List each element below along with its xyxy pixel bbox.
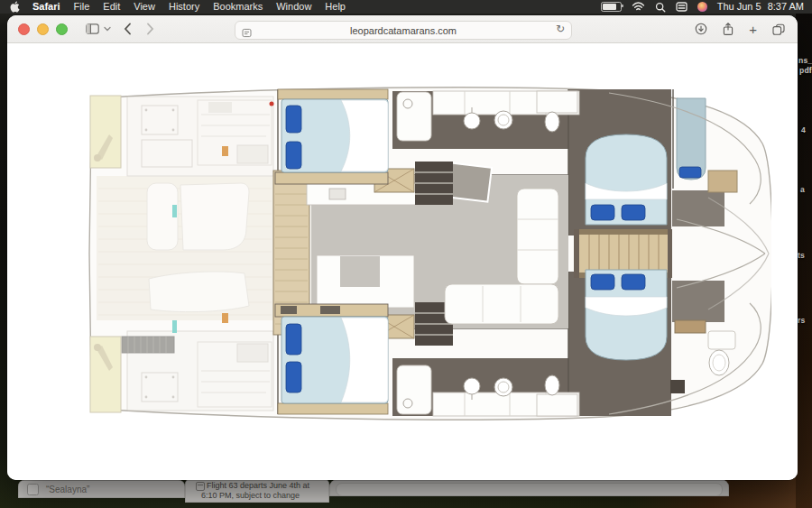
chevron-down-icon[interactable] xyxy=(104,26,111,32)
zoom-button[interactable] xyxy=(56,23,68,35)
safari-window: leopardcatamarans.com ↻ + xyxy=(7,15,798,480)
downloads-icon[interactable] xyxy=(695,23,707,35)
menu-bar-time: 8:37 AM xyxy=(768,1,804,12)
background-window-flight-notice[interactable]: Flight 63 departs June 4th at 6:10 PM, s… xyxy=(185,478,329,503)
background-window-wide[interactable] xyxy=(329,479,729,496)
menu-bar-clock[interactable]: Thu Jun 58:37 AM xyxy=(717,0,804,14)
desktop-icon-label[interactable]: a xyxy=(800,185,805,194)
site-settings-icon[interactable] xyxy=(242,25,252,42)
forward-button[interactable] xyxy=(146,23,154,35)
flight-notice-line2: 6:10 PM, subject to change xyxy=(201,491,300,500)
background-window-sealayna[interactable]: “Sealayna” xyxy=(18,480,185,498)
spotlight-search-icon[interactable] xyxy=(655,2,666,13)
desktop-icon-label[interactable]: rs xyxy=(798,316,805,325)
menu-item-window[interactable]: Window xyxy=(276,0,311,14)
desktop-icon-label[interactable]: 4 xyxy=(801,125,806,134)
apple-menu-icon[interactable] xyxy=(10,1,20,13)
desktop-icon-label[interactable]: ns_ xyxy=(798,56,812,65)
menu-item-view[interactable]: View xyxy=(134,0,155,14)
address-bar[interactable]: leopardcatamarans.com ↻ xyxy=(235,21,572,40)
menu-item-history[interactable]: History xyxy=(169,0,199,14)
menu-item-file[interactable]: File xyxy=(74,0,90,14)
sidebar-icon[interactable] xyxy=(86,23,99,34)
reload-icon[interactable]: ↻ xyxy=(556,23,565,35)
cabin-starboard-aft xyxy=(586,270,667,360)
menu-item-bookmarks[interactable]: Bookmarks xyxy=(213,0,263,14)
menu-item-safari[interactable]: Safari xyxy=(32,0,60,14)
control-center-icon[interactable] xyxy=(676,2,687,12)
new-tab-icon[interactable]: + xyxy=(749,23,757,36)
wifi-icon[interactable] xyxy=(632,2,645,12)
cabin-port-aft xyxy=(275,304,388,414)
flight-notice-line1: Flight 63 departs June 4th at xyxy=(207,481,309,490)
menu-item-edit[interactable]: Edit xyxy=(103,0,120,14)
red-marker xyxy=(270,102,274,106)
background-window-title: “Sealayna” xyxy=(46,485,89,494)
event-icon xyxy=(196,482,205,491)
desktop-wallpaper-right xyxy=(796,13,812,508)
battery-icon[interactable] xyxy=(601,2,622,12)
menu-item-help[interactable]: Help xyxy=(325,0,346,14)
menu-bar-date: Thu Jun 5 xyxy=(717,1,761,12)
url-text: leopardcatamarans.com xyxy=(350,25,457,36)
desktop-icon-label[interactable]: ts xyxy=(798,251,805,260)
floorplan-image xyxy=(86,82,771,425)
user-avatar-icon[interactable] xyxy=(697,2,707,12)
document-icon xyxy=(27,484,39,495)
cabin-port-forward xyxy=(275,89,388,184)
safari-toolbar: leopardcatamarans.com ↻ + xyxy=(7,15,798,43)
tab-overview-icon[interactable] xyxy=(772,23,785,35)
close-button[interactable] xyxy=(18,23,30,35)
back-button[interactable] xyxy=(124,23,132,35)
cabin-starboard-forward xyxy=(586,134,667,225)
page-content xyxy=(7,43,798,480)
minimize-button[interactable] xyxy=(37,23,49,35)
desktop-icon-label[interactable]: pdf xyxy=(799,66,812,75)
menu-bar: Safari File Edit View History Bookmarks … xyxy=(0,0,812,14)
share-icon[interactable] xyxy=(723,23,734,36)
background-window-field[interactable] xyxy=(336,483,723,496)
